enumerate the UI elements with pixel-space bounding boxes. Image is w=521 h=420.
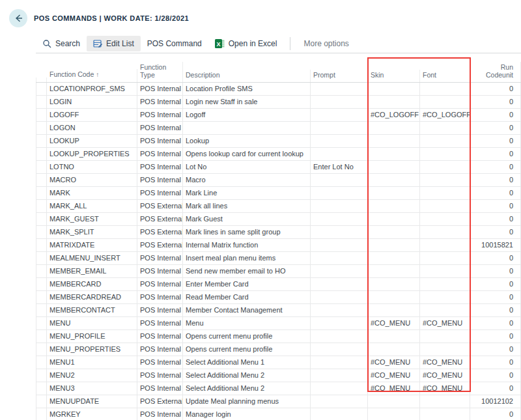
cell-skin[interactable]: [368, 343, 420, 356]
cell-function-code[interactable]: MENUUPDATE: [47, 395, 137, 408]
cell-description[interactable]: Menu: [183, 317, 311, 330]
back-button[interactable]: [9, 9, 27, 27]
cell-prompt[interactable]: [311, 382, 368, 395]
cell-function-type[interactable]: POS Internal: [137, 369, 183, 382]
row-selector-cell[interactable]: [36, 304, 47, 317]
cell-skin[interactable]: [368, 161, 420, 174]
row-selector-cell[interactable]: [36, 96, 47, 109]
cell-description[interactable]: Member Contact Management: [183, 304, 311, 317]
cell-skin[interactable]: [368, 330, 420, 343]
cell-skin[interactable]: [368, 408, 420, 420]
cell-function-type[interactable]: POS Internal: [137, 408, 183, 420]
cell-font[interactable]: [420, 291, 470, 304]
header-skin[interactable]: Skin: [368, 70, 420, 82]
cell-prompt[interactable]: [311, 187, 368, 200]
cell-prompt[interactable]: [311, 213, 368, 226]
row-selector-cell[interactable]: [36, 135, 47, 148]
cell-run-codeunit[interactable]: 0: [470, 148, 521, 161]
cell-function-code[interactable]: LOTNO: [47, 161, 137, 174]
cell-function-code[interactable]: MENU: [47, 317, 137, 330]
cell-skin[interactable]: [368, 187, 420, 200]
cell-prompt[interactable]: [311, 317, 368, 330]
cell-description[interactable]: Internal Matrix function: [183, 239, 311, 252]
cell-function-code[interactable]: MEMBER_EMAIL: [47, 265, 137, 278]
cell-font[interactable]: #CO_MENU: [420, 317, 470, 330]
cell-font[interactable]: [420, 83, 470, 96]
cell-function-code[interactable]: LOGIN: [47, 96, 137, 109]
cell-description[interactable]: Lookup: [183, 135, 311, 148]
cell-skin[interactable]: [368, 174, 420, 187]
cell-function-type[interactable]: POS Internal: [137, 330, 183, 343]
cell-run-codeunit[interactable]: 0: [470, 174, 521, 187]
cell-skin[interactable]: [368, 83, 420, 96]
cell-function-type[interactable]: POS Internal: [137, 109, 183, 122]
cell-font[interactable]: #CO_MENU: [420, 382, 470, 395]
cell-function-type[interactable]: POS Internal: [137, 356, 183, 369]
cell-description[interactable]: Insert meal plan menu items: [183, 252, 311, 265]
cell-function-type[interactable]: POS Internal: [137, 122, 183, 135]
cell-function-code[interactable]: MEMBERCONTACT: [47, 304, 137, 317]
row-selector-cell[interactable]: [36, 278, 47, 291]
cell-description[interactable]: Logoff: [183, 109, 311, 122]
cell-description[interactable]: Opens lookup card for current lookup: [183, 148, 311, 161]
row-selector-cell[interactable]: [36, 317, 47, 330]
cell-prompt[interactable]: [311, 330, 368, 343]
header-run-codeunit[interactable]: Run Codeunit: [470, 62, 521, 82]
cell-prompt[interactable]: [311, 304, 368, 317]
row-selector-cell[interactable]: [36, 213, 47, 226]
cell-description[interactable]: Macro: [183, 174, 311, 187]
cell-function-type[interactable]: POS Internal: [137, 148, 183, 161]
cell-font[interactable]: [420, 213, 470, 226]
cell-skin[interactable]: [368, 252, 420, 265]
row-selector-cell[interactable]: [36, 291, 47, 304]
cell-function-type[interactable]: POS Internal: [137, 265, 183, 278]
open-in-excel-button[interactable]: X Open in Excel: [208, 36, 284, 51]
cell-font[interactable]: [420, 330, 470, 343]
cell-function-type[interactable]: POS Internal: [137, 96, 183, 109]
row-selector-cell[interactable]: [36, 122, 47, 135]
cell-function-code[interactable]: LOGOFF: [47, 109, 137, 122]
cell-prompt[interactable]: [311, 96, 368, 109]
cell-function-code[interactable]: MENU_PROFILE: [47, 330, 137, 343]
cell-font[interactable]: [420, 96, 470, 109]
cell-function-code[interactable]: MARK_ALL: [47, 200, 137, 213]
cell-font[interactable]: [420, 252, 470, 265]
cell-prompt[interactable]: [311, 226, 368, 239]
cell-run-codeunit[interactable]: 0: [470, 278, 521, 291]
cell-description[interactable]: Update Meal planning menus: [183, 395, 311, 408]
cell-skin[interactable]: #CO_LOGOFF: [368, 109, 420, 122]
row-selector-cell[interactable]: [36, 265, 47, 278]
row-selector-cell[interactable]: [36, 226, 47, 239]
cell-font[interactable]: [420, 161, 470, 174]
cell-prompt[interactable]: [311, 395, 368, 408]
cell-font[interactable]: [420, 174, 470, 187]
cell-prompt[interactable]: [311, 174, 368, 187]
cell-font[interactable]: [420, 135, 470, 148]
cell-function-code[interactable]: MEMBERCARD: [47, 278, 137, 291]
cell-function-type[interactable]: POS Internal: [137, 252, 183, 265]
cell-prompt[interactable]: [311, 109, 368, 122]
cell-run-codeunit[interactable]: 0: [470, 252, 521, 265]
row-selector-cell[interactable]: [36, 200, 47, 213]
row-selector-cell[interactable]: [36, 356, 47, 369]
cell-skin[interactable]: #CO_MENU: [368, 382, 420, 395]
cell-skin[interactable]: [368, 291, 420, 304]
row-selector-cell[interactable]: [36, 83, 47, 96]
cell-function-type[interactable]: POS Internal: [137, 161, 183, 174]
cell-function-type[interactable]: POS Internal: [137, 174, 183, 187]
cell-function-type[interactable]: POS Internal: [137, 317, 183, 330]
cell-run-codeunit[interactable]: 0: [470, 330, 521, 343]
cell-run-codeunit[interactable]: 10015821: [470, 239, 521, 252]
cell-prompt[interactable]: [311, 265, 368, 278]
cell-prompt[interactable]: Enter Lot No: [311, 161, 368, 174]
cell-run-codeunit[interactable]: 0: [470, 213, 521, 226]
header-font[interactable]: Font: [420, 70, 470, 82]
cell-font[interactable]: [420, 239, 470, 252]
cell-font[interactable]: [420, 122, 470, 135]
cell-skin[interactable]: [368, 213, 420, 226]
cell-font[interactable]: [420, 226, 470, 239]
edit-list-button[interactable]: Edit List: [87, 36, 141, 51]
cell-run-codeunit[interactable]: 0: [470, 408, 521, 420]
row-selector-cell[interactable]: [36, 395, 47, 408]
row-selector-cell[interactable]: [36, 161, 47, 174]
